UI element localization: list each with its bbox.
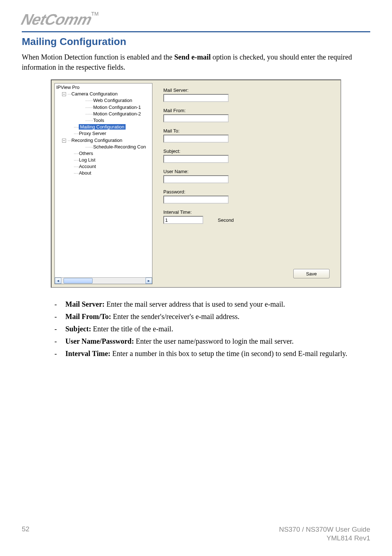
password-label: Password:	[163, 189, 330, 195]
intro-paragraph: When Motion Detection function is enable…	[22, 52, 370, 72]
footer-rev: YML814 Rev1	[279, 534, 370, 543]
mail-from-label: Mail From:	[163, 108, 330, 113]
subject-input[interactable]	[163, 155, 229, 163]
interval-input[interactable]	[163, 216, 203, 224]
tree-tools[interactable]: ······Tools	[56, 117, 151, 124]
interval-label: Interval Time:	[163, 209, 330, 215]
description-list: -Mail Server: Enter the mail server addr…	[54, 299, 359, 359]
logo-area: NetCommTM	[22, 11, 370, 28]
tree-schedule[interactable]: ······Schedule-Recording Con	[56, 144, 151, 150]
scroll-left-button[interactable]: ◄	[55, 278, 61, 284]
scroll-right-button[interactable]: ►	[146, 278, 152, 284]
tree-loglist[interactable]: ····Log List	[56, 157, 151, 163]
list-item: -Mail From/To: Enter the sender's/receiv…	[54, 311, 359, 322]
mail-server-input[interactable]	[163, 94, 229, 102]
tree-camera-config[interactable]: −···Camera Configuration	[56, 91, 151, 97]
tree-others[interactable]: ····Others	[56, 150, 151, 157]
list-item: -User Name/Password: Enter the user name…	[54, 336, 359, 347]
tree-selected: Mailing Configuration	[79, 124, 125, 130]
tree-proxy[interactable]: ····Proxy Server	[56, 130, 151, 137]
list-item: -Subject: Enter the title of the e-mail.	[54, 323, 359, 334]
app-window: IPView Pro −···Camera Configuration ····…	[51, 79, 341, 288]
tree-recording-config[interactable]: −···Recording Configuration	[56, 137, 151, 144]
tree-mailing-config[interactable]: ····Mailing Configuration	[56, 124, 151, 130]
mail-from-input[interactable]	[163, 114, 229, 122]
password-input[interactable]	[163, 196, 229, 204]
mail-to-input[interactable]	[163, 135, 229, 143]
tree-account[interactable]: ····Account	[56, 163, 151, 170]
divider	[22, 31, 370, 32]
intro-bold: Send e-mail	[174, 53, 211, 61]
interval-unit: Second	[218, 217, 234, 223]
scroll-thumb[interactable]	[64, 278, 93, 283]
form-pane: Mail Server: Mail From: Mail To: Subject…	[152, 80, 340, 287]
horizontal-scrollbar[interactable]: ◄ ►	[55, 277, 152, 284]
tree-pane: IPView Pro −···Camera Configuration ····…	[54, 83, 152, 284]
intro-prefix: When Motion Detection function is enable…	[22, 53, 174, 61]
username-input[interactable]	[163, 175, 229, 183]
nav-tree: IPView Pro −···Camera Configuration ····…	[55, 83, 152, 177]
collapse-icon[interactable]: −	[62, 139, 66, 143]
list-item: -Interval Time: Enter a number in this b…	[54, 348, 359, 359]
mail-server-label: Mail Server:	[163, 87, 330, 93]
section-heading: Mailing Configuration	[22, 36, 370, 48]
tree-web-config[interactable]: ······Web Configuration	[56, 97, 151, 104]
mail-to-label: Mail To:	[163, 128, 330, 134]
footer-guide: NS370 / NS370W User Guide	[279, 525, 370, 534]
username-label: User Name:	[163, 169, 330, 174]
tree-root[interactable]: IPView Pro	[56, 84, 151, 91]
scroll-track[interactable]	[61, 278, 146, 284]
save-button[interactable]: Save	[293, 269, 330, 278]
tree-about[interactable]: ····About	[56, 170, 151, 176]
subject-label: Subject:	[163, 148, 330, 154]
page-number: 52	[22, 525, 29, 543]
brand-logo: NetComm	[20, 11, 94, 28]
tree-motion-1[interactable]: ······Motion Configuration-1	[56, 104, 151, 111]
collapse-icon[interactable]: −	[62, 92, 66, 96]
page-footer: 52 NS370 / NS370W User Guide YML814 Rev1	[22, 525, 370, 543]
list-item: -Mail Server: Enter the mail server addr…	[54, 299, 359, 310]
tree-motion-2[interactable]: ······Motion Configuration-2	[56, 111, 151, 117]
